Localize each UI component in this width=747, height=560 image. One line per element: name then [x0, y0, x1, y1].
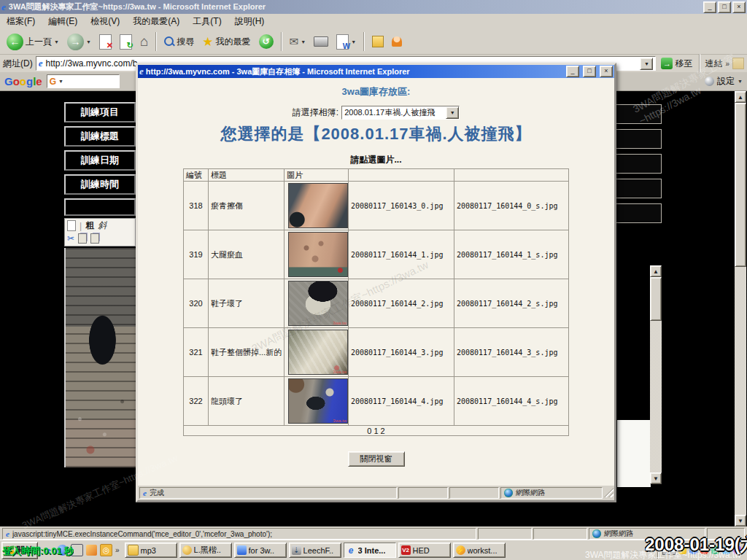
start-button[interactable]: 開始	[1, 542, 38, 559]
refresh-button[interactable]: ↻	[117, 33, 134, 51]
task-for-3wa[interactable]: for 3w..	[234, 542, 287, 558]
italic-button[interactable]: 斜	[98, 219, 107, 232]
main-scrollbar[interactable]: ▲ ▼	[735, 91, 746, 526]
popup-maximize-button[interactable]: □	[583, 66, 596, 77]
minimize-button[interactable]: _	[703, 1, 716, 13]
tray-icon[interactable]	[700, 546, 708, 554]
quicklaunch-notes-icon[interactable]: ◎	[100, 544, 112, 556]
scrollbar-thumb[interactable]	[735, 103, 746, 267]
photo-thumbnail[interactable]: 3wa.tw	[288, 378, 348, 424]
stop-button[interactable]: ✕	[97, 33, 114, 51]
menu-favorites[interactable]: 我的最愛(A)	[126, 14, 186, 29]
photo-filename[interactable]: 20080117_160143_0.jpg	[349, 182, 454, 230]
forward-dropdown-icon[interactable]: ▼	[86, 39, 91, 44]
edit-button[interactable]: W▼	[334, 33, 358, 51]
photo-thumb-filename[interactable]: 20080117_160144_3_s.jpg	[454, 328, 569, 377]
task-mp3[interactable]: mp3	[125, 542, 177, 558]
maximize-button[interactable]: □	[718, 1, 731, 13]
close-window-button[interactable]: 關閉視窗	[348, 451, 405, 467]
quicklaunch-ie-icon[interactable]: e	[43, 545, 54, 556]
mail-dropdown-icon[interactable]: ▼	[301, 39, 306, 44]
google-settings-button[interactable]: 設定 ▼	[705, 75, 743, 88]
bold-button[interactable]: 粗	[85, 219, 94, 232]
scroll-down-icon[interactable]: ▼	[650, 472, 662, 484]
scroll-up-icon[interactable]: ▲	[735, 91, 746, 103]
links-label[interactable]: 連結	[705, 58, 722, 70]
tray-icon[interactable]	[711, 546, 719, 554]
sidebar-item-training-item[interactable]: 訓練項目	[64, 102, 136, 122]
tray-icon[interactable]	[733, 546, 741, 554]
photo-filename[interactable]: 20080117_160144_3.jpg	[349, 328, 454, 377]
photo-thumbnail[interactable]: 3wa.tw	[288, 330, 348, 375]
paste-icon[interactable]	[90, 233, 99, 244]
quicklaunch-media-icon[interactable]	[86, 545, 97, 556]
task-leechftp[interactable]: ⇣ LeechF..	[289, 542, 341, 558]
scroll-up-icon[interactable]: ▲	[650, 265, 662, 277]
album-dropdown-icon[interactable]: ▼	[446, 106, 459, 119]
settings-dropdown-icon[interactable]: ▼	[738, 79, 743, 84]
editor-separator: |	[80, 221, 82, 231]
photo-thumbnail[interactable]	[288, 183, 348, 228]
home-button[interactable]: ⌂	[138, 32, 150, 51]
menu-file[interactable]: 檔案(F)	[0, 14, 42, 29]
back-dropdown-icon[interactable]: ▼	[54, 39, 59, 44]
popup-minimize-button[interactable]: _	[566, 66, 579, 77]
page-scrollbar[interactable]: ▲ ▼	[650, 265, 662, 484]
google-search-input[interactable]: G ▼	[47, 74, 120, 88]
photo-thumb-filename[interactable]: 20080117_160144_1_s.jpg	[454, 230, 569, 279]
cut-icon[interactable]: ✂	[67, 233, 74, 244]
task-editor[interactable]: L.黑楷..	[179, 542, 232, 558]
back-button[interactable]: ← 上一頁 ▼	[4, 32, 61, 52]
popup-titlebar[interactable]: e http://3wa.myvnc.com - 3wa圖庫自存相簿 - Mic…	[138, 65, 614, 78]
messenger-button[interactable]	[390, 35, 404, 48]
menu-edit[interactable]: 編輯(E)	[42, 14, 84, 29]
scroll-down-icon[interactable]: ▼	[735, 515, 746, 526]
address-dropdown-icon[interactable]: ▼	[640, 58, 653, 70]
keyboard-layout-icon[interactable]	[662, 545, 676, 555]
photo-thumb-filename[interactable]: 20080117_160144_0_s.jpg	[454, 182, 569, 230]
forward-button[interactable]: → ▼	[65, 32, 93, 52]
pagination[interactable]: 0 1 2	[184, 426, 569, 436]
task-hed[interactable]: V2 HED	[398, 542, 451, 558]
sidebar-item-training-time[interactable]: 訓練時間	[64, 174, 136, 195]
photo-thumb-filename[interactable]: 20080117_160144_2_s.jpg	[454, 279, 569, 328]
sidebar-empty-button[interactable]	[64, 198, 136, 216]
print-button[interactable]	[311, 35, 330, 48]
favorites-button[interactable]: ★ 我的最愛	[200, 33, 252, 51]
photo-thumbnail[interactable]: 3wa.tw	[288, 281, 348, 326]
menu-tools[interactable]: 工具(T)	[186, 14, 228, 29]
quicklaunch-desktop-icon[interactable]	[71, 544, 83, 556]
links-chevron-icon[interactable]: »	[725, 60, 729, 68]
photo-filename[interactable]: 20080117_160144_1.jpg	[349, 230, 454, 279]
edit-dropdown-icon[interactable]: ▼	[351, 39, 356, 44]
scrollbar-thumb[interactable]	[650, 277, 662, 321]
task-winamp[interactable]: ⚡ workst...	[453, 542, 506, 558]
menu-view[interactable]: 檢視(V)	[84, 14, 126, 29]
mail-button[interactable]: ✉▼	[287, 34, 309, 50]
google-search-dropdown-icon[interactable]: ▼	[58, 79, 63, 84]
tray-icon[interactable]	[678, 546, 686, 554]
photo-thumbnail[interactable]	[288, 232, 348, 277]
quicklaunch-chevron-icon[interactable]: »	[115, 546, 120, 554]
photo-thumb-filename[interactable]: 20080117_160144_4_s.jpg	[454, 377, 569, 426]
close-button[interactable]: ×	[732, 1, 746, 13]
go-button[interactable]: → 移至	[659, 56, 694, 71]
album-select[interactable]: 2008.01.17車禍.人被撞飛 ▼	[341, 106, 460, 120]
task-internet-explorer[interactable]: e 3 Inte...	[344, 542, 396, 558]
tray-icon[interactable]	[722, 546, 730, 554]
copy-icon[interactable]	[78, 233, 87, 244]
quicklaunch-msn-icon[interactable]	[57, 545, 68, 556]
new-doc-icon[interactable]	[67, 220, 76, 231]
history-button[interactable]: ↺	[257, 33, 276, 50]
menu-help[interactable]: 說明(H)	[228, 14, 271, 29]
resize-grip[interactable]	[603, 487, 614, 497]
search-button[interactable]: 搜尋	[162, 34, 196, 50]
sidebar-item-training-title[interactable]: 訓練標題	[64, 126, 136, 147]
sidebar-item-training-date[interactable]: 訓練日期	[64, 150, 136, 171]
tray-icon[interactable]	[689, 546, 697, 554]
main-window-titlebar[interactable]: e 3WA問題解決專家工作室~https://3wa.tw - Microsof…	[0, 0, 747, 14]
photo-filename[interactable]: 20080117_160144_2.jpg	[349, 279, 454, 328]
popup-close-button[interactable]: ×	[600, 66, 613, 77]
photo-filename[interactable]: 20080117_160144_4.jpg	[349, 377, 454, 426]
discuss-button[interactable]	[370, 34, 386, 49]
